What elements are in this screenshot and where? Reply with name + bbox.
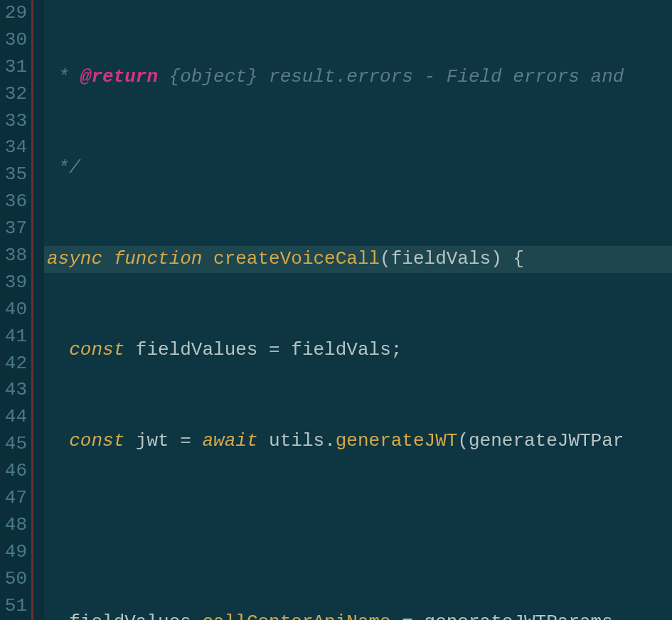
function-name: createVoiceCall: [213, 248, 380, 269]
punct: .: [324, 430, 336, 451]
line-number: 30: [0, 27, 27, 54]
identifier: fieldVals: [291, 339, 390, 360]
line-number: 33: [0, 108, 27, 135]
code-line[interactable]: fieldValues.callCenterApiName = generate…: [44, 609, 672, 620]
keyword: const: [69, 430, 124, 451]
method-name: generateJWT: [336, 430, 458, 451]
line-number-gutter: 29 30 31 32 33 34 35 36 37 38 39 40 41 4…: [0, 0, 31, 620]
line-number: 51: [0, 593, 27, 620]
identifier: jwt: [136, 430, 169, 451]
line-number: 50: [0, 566, 27, 593]
punct: .: [191, 611, 203, 620]
line-number: 44: [0, 404, 27, 431]
indent: [47, 339, 69, 360]
identifier: fieldVals: [391, 248, 491, 269]
line-number: 46: [0, 458, 27, 485]
punct: (: [380, 248, 391, 269]
line-number: 40: [0, 296, 27, 324]
identifier: fieldValues: [69, 611, 191, 620]
line-number: 32: [0, 81, 27, 108]
comment-text: */: [47, 157, 80, 178]
code-line[interactable]: [44, 518, 672, 545]
comment-text: {object} result.errors - Field errors an…: [158, 66, 624, 87]
punct: ;: [391, 339, 402, 360]
line-number: 41: [0, 324, 27, 351]
jsdoc-tag: @return: [80, 66, 158, 87]
identifier: generateJWTParams: [425, 611, 613, 620]
code-editor[interactable]: 29 30 31 32 33 34 35 36 37 38 39 40 41 4…: [0, 0, 672, 620]
code-line-active[interactable]: async function createVoiceCall(fieldVals…: [44, 246, 672, 273]
brace: {: [513, 248, 524, 269]
line-number: 34: [0, 134, 27, 161]
operator: =: [269, 339, 280, 360]
identifier: fieldValues: [136, 339, 258, 360]
line-number: 49: [0, 539, 27, 566]
operator: =: [402, 611, 413, 620]
line-number: 48: [0, 512, 27, 539]
punct: .: [613, 611, 624, 620]
code-line[interactable]: const fieldValues = fieldVals;: [44, 337, 672, 364]
fold-column[interactable]: [31, 0, 44, 620]
line-number: 35: [0, 161, 27, 188]
line-number: 47: [0, 485, 27, 512]
indent: [47, 611, 69, 620]
line-number: 38: [0, 242, 27, 269]
code-line[interactable]: * @return {object} result.errors - Field…: [44, 64, 672, 91]
identifier: generateJWTPar: [469, 430, 624, 451]
comment-text: *: [47, 66, 80, 87]
code-line[interactable]: const jwt = await utils.generateJWT(gene…: [44, 428, 672, 455]
punct: (: [457, 430, 469, 451]
line-number: 39: [0, 269, 27, 296]
property: callCenterApiName: [202, 611, 390, 620]
line-number: 37: [0, 215, 27, 242]
operator: =: [180, 430, 191, 451]
line-number: 45: [0, 431, 27, 458]
punct: ): [491, 248, 502, 269]
fold-bar: [31, 0, 33, 620]
line-number: 42: [0, 351, 27, 378]
keyword: function: [114, 248, 203, 269]
line-number: 36: [0, 188, 27, 215]
line-number: 43: [0, 377, 27, 404]
line-number: 29: [0, 0, 27, 27]
code-line[interactable]: */: [44, 155, 672, 182]
keyword: async: [47, 248, 102, 269]
indent: [47, 430, 69, 451]
keyword: await: [202, 430, 257, 451]
line-number: 31: [0, 54, 27, 81]
keyword: const: [69, 339, 124, 360]
code-area[interactable]: * @return {object} result.errors - Field…: [44, 0, 672, 620]
identifier: utils: [269, 430, 324, 451]
